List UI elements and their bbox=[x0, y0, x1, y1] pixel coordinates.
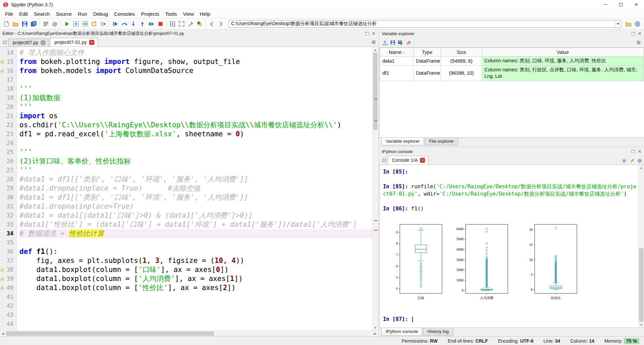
code-line-22[interactable]: os.chdir('C:\\Users\\RaingEye\\Desktop\\… bbox=[19, 121, 372, 130]
console-vscrollbar[interactable]: ▲ ▼ bbox=[638, 165, 644, 328]
menu-search[interactable]: Search bbox=[31, 10, 53, 18]
menu-tools[interactable]: Tools bbox=[162, 10, 180, 18]
code-line-30[interactable]: #data1 = df1[['类别', '口味', '环境', '服务', '人… bbox=[19, 193, 372, 202]
back-icon[interactable] bbox=[207, 19, 216, 28]
code-line-24[interactable] bbox=[19, 139, 372, 148]
editor-vscrollbar[interactable]: ▲ ▼ bbox=[372, 47, 378, 331]
code-line-16[interactable]: from bokeh.models import ColumnDataSourc… bbox=[19, 66, 372, 75]
code-line-23[interactable]: df1 = pd.read_excel('上海餐饮数据.xlsx', sheet… bbox=[19, 130, 372, 139]
run-icon[interactable] bbox=[62, 19, 71, 28]
close-button[interactable]: × bbox=[629, 0, 644, 9]
console-scroll-down-icon[interactable]: ▼ bbox=[639, 322, 644, 328]
console-vscroll-thumb[interactable] bbox=[639, 248, 643, 322]
console-tab-history-log[interactable]: History log bbox=[423, 328, 453, 336]
menu-run[interactable]: Run bbox=[75, 10, 90, 18]
menu-view[interactable]: View bbox=[180, 10, 197, 18]
code-line-17[interactable] bbox=[19, 75, 372, 84]
preferences-icon[interactable] bbox=[186, 19, 195, 28]
console-tab[interactable]: Console 1/A × bbox=[388, 156, 429, 164]
continue-icon[interactable] bbox=[147, 19, 156, 28]
scroll-right-icon[interactable]: ▶ bbox=[372, 331, 378, 336]
editor-options-gear-icon[interactable] bbox=[370, 38, 377, 46]
console-content[interactable]: In [85]: In [85]: runfile('C:/Users/Rain… bbox=[380, 165, 638, 328]
editor-tab[interactable]: project07.py× bbox=[8, 39, 49, 47]
python-path-icon[interactable] bbox=[195, 19, 204, 28]
menu-source[interactable]: Source bbox=[53, 10, 75, 18]
console-scroll-up-icon[interactable]: ▲ bbox=[639, 165, 644, 170]
code-line-34[interactable]: # 数据清洗 + 性价比计算 bbox=[19, 229, 372, 238]
editor-tab[interactable]: project07-01.py× bbox=[50, 38, 98, 47]
code-line-14[interactable]: # 导入作图核心文件 bbox=[19, 48, 372, 57]
warning-icon[interactable]: ⚠ bbox=[0, 66, 4, 75]
code-line-38[interactable]: data1.boxplot(column = ['口味'], ax = axes… bbox=[19, 265, 372, 274]
remove-data-icon[interactable] bbox=[404, 39, 412, 46]
step-over-icon[interactable] bbox=[120, 19, 129, 28]
tab-close-icon[interactable]: × bbox=[89, 40, 94, 45]
fullscreen-icon[interactable] bbox=[177, 19, 186, 28]
code-line-19[interactable]: (1)加载数据 bbox=[19, 93, 372, 102]
inspect-icon[interactable] bbox=[628, 157, 636, 164]
run-cell-icon[interactable] bbox=[71, 19, 80, 28]
minimize-button[interactable] bbox=[598, 0, 613, 9]
ve-column-size[interactable]: Size bbox=[441, 48, 482, 57]
console-tab-ipython-console[interactable]: IPython console bbox=[381, 328, 422, 336]
ve-cell-name[interactable]: data1 bbox=[380, 57, 414, 66]
ve-cell-type[interactable]: DataFrame bbox=[414, 57, 441, 66]
ve-tab-variable-explorer[interactable]: Variable explorer bbox=[381, 138, 424, 145]
undock-icon[interactable] bbox=[364, 30, 370, 37]
step-return-icon[interactable] bbox=[138, 19, 147, 28]
globe-icon[interactable] bbox=[633, 19, 642, 28]
combo-dropdown-icon[interactable] bbox=[615, 20, 621, 27]
warning-icon[interactable]: ⚠ bbox=[0, 57, 4, 66]
code-line-18[interactable]: ''' bbox=[19, 84, 372, 93]
code-line-35[interactable] bbox=[19, 238, 372, 247]
rerun-cell-icon[interactable] bbox=[90, 19, 99, 28]
forward-icon[interactable] bbox=[216, 19, 225, 28]
editor-vscroll-thumb[interactable] bbox=[373, 53, 377, 130]
ve-cell-value[interactable]: Column names: 类别, 口味, 环境, 服务, 人均消费, 性价比 bbox=[482, 57, 644, 66]
ve-cell-size[interactable]: (96398, 10) bbox=[441, 65, 482, 81]
ve-column-type[interactable]: Type bbox=[414, 48, 441, 57]
tab-close-icon[interactable]: × bbox=[41, 40, 46, 45]
ve-column-name[interactable]: Name/ bbox=[380, 48, 414, 57]
close-pane-icon[interactable] bbox=[636, 30, 643, 37]
debug-icon[interactable] bbox=[111, 19, 120, 28]
browse-folder-icon[interactable] bbox=[624, 19, 633, 28]
code-line-15[interactable]: from bokeh.plotting import figure, show,… bbox=[19, 57, 372, 66]
editor-hscroll-thumb[interactable] bbox=[6, 332, 214, 336]
symbol-finder-icon[interactable]: @ bbox=[50, 19, 59, 28]
options-gear-icon[interactable] bbox=[636, 157, 643, 164]
menu-edit[interactable]: Edit bbox=[16, 10, 31, 18]
code-line-36[interactable]: def f1(): bbox=[19, 247, 372, 256]
code-line-40[interactable]: data1.boxplot(column = ['性价比'], ax = axe… bbox=[19, 283, 372, 292]
code-line-44[interactable] bbox=[19, 320, 372, 329]
editor-hscrollbar[interactable]: ◀ ▶ bbox=[0, 331, 378, 336]
code-line-25[interactable]: ''' bbox=[19, 148, 372, 157]
import-data-icon[interactable] bbox=[381, 39, 389, 46]
working-directory-input[interactable] bbox=[229, 21, 615, 26]
code-line-28[interactable]: #data1 = df1[['类别', '口味', '环境', '服务', '人… bbox=[19, 175, 372, 184]
menu-consoles[interactable]: Consoles bbox=[111, 10, 138, 18]
warning-icon[interactable]: ⚠ bbox=[0, 274, 4, 283]
menu-debug[interactable]: Debug bbox=[90, 10, 111, 18]
maximize-pane-icon[interactable] bbox=[168, 19, 177, 28]
ve-cell-name[interactable]: df1 bbox=[380, 65, 414, 81]
code-line-26[interactable]: (2)计算口味、客单价、性价比指标 bbox=[19, 157, 372, 166]
code-line-33[interactable]: #data1['性价比'] = (data1['口味'] + data1['环境… bbox=[19, 220, 372, 229]
undock-icon[interactable] bbox=[630, 30, 636, 37]
maximize-button[interactable] bbox=[613, 0, 629, 9]
code-line-27[interactable]: ''' bbox=[19, 166, 372, 175]
ve-cell-size[interactable]: (54889, 6) bbox=[441, 57, 482, 66]
step-into-icon[interactable] bbox=[129, 19, 138, 28]
code-line-37[interactable]: fig, axes = plt.subplots(1, 3, figsize =… bbox=[19, 256, 372, 265]
code-line-20[interactable]: ''' bbox=[19, 102, 372, 112]
open-file-icon[interactable] bbox=[11, 19, 20, 28]
code-line-42[interactable] bbox=[19, 301, 372, 310]
scroll-down-icon[interactable]: ▼ bbox=[373, 325, 378, 331]
code-line-39[interactable]: data1.boxplot(column = ['人均消费'], ax = ax… bbox=[19, 274, 372, 283]
ve-column-value[interactable]: Value bbox=[482, 48, 644, 57]
ve-tab-file-explorer[interactable]: File explorer bbox=[425, 138, 458, 145]
save-file-icon[interactable] bbox=[20, 19, 29, 28]
run-selection-icon[interactable] bbox=[99, 19, 108, 28]
menu-file[interactable]: File bbox=[2, 10, 16, 18]
